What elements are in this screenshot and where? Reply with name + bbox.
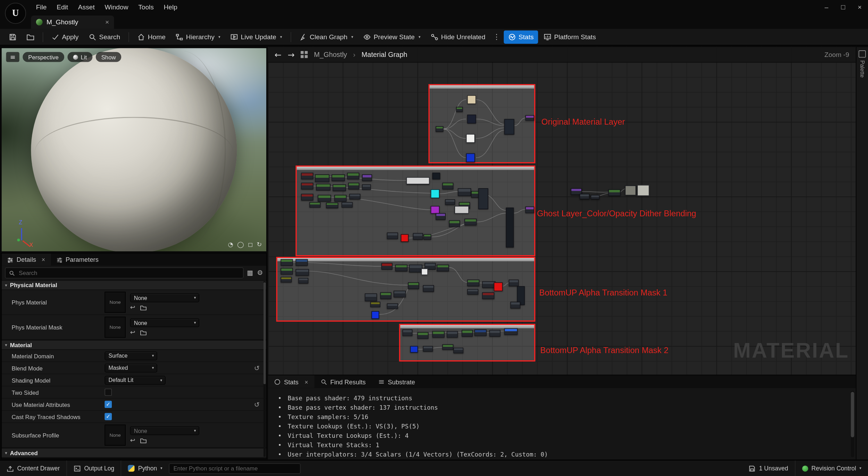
- python-console-input[interactable]: [169, 463, 301, 474]
- graph-node[interactable]: [478, 188, 489, 209]
- graph-node[interactable]: [423, 346, 433, 351]
- graph-node[interactable]: [465, 219, 477, 225]
- tab-details[interactable]: Details ×: [2, 253, 51, 266]
- graph-node[interactable]: [466, 153, 475, 162]
- comment-box-original-material-layer[interactable]: [428, 84, 535, 163]
- content-drawer-button[interactable]: Content Drawer: [0, 461, 66, 476]
- graph-node[interactable]: [525, 115, 534, 121]
- graph-node[interactable]: [347, 173, 359, 179]
- tab-stats[interactable]: Stats ×: [268, 375, 314, 388]
- perspective-dropdown[interactable]: Perspective: [23, 52, 64, 62]
- dropdown-subsurface-profile[interactable]: None▾: [130, 426, 199, 435]
- graph-node[interactable]: [295, 259, 308, 266]
- show-dropdown[interactable]: Show: [96, 52, 122, 62]
- tab-parameters[interactable]: Parameters: [51, 253, 104, 266]
- close-icon[interactable]: ×: [304, 378, 308, 385]
- graph-node[interactable]: [417, 332, 428, 339]
- save-button[interactable]: [5, 30, 21, 43]
- graph-node[interactable]: [482, 292, 494, 299]
- forward-arrow-icon[interactable]: →: [287, 50, 294, 60]
- graph-node[interactable]: [281, 259, 293, 266]
- maximize-button[interactable]: □: [835, 0, 851, 14]
- comment-label-ghost-layer-color-opacity-dither-blending[interactable]: Ghost Layer_Color/Opacity Dither Blendin…: [537, 209, 696, 218]
- graph-node[interactable]: [333, 184, 346, 191]
- browse-to-asset-icon[interactable]: [140, 437, 147, 443]
- apply-button[interactable]: Apply: [47, 30, 83, 43]
- graph-node[interactable]: [421, 268, 428, 275]
- graph-node[interactable]: [467, 279, 479, 286]
- graph-node[interactable]: [342, 202, 353, 208]
- menu-tools[interactable]: Tools: [133, 0, 159, 14]
- menu-asset[interactable]: Asset: [73, 0, 100, 14]
- back-arrow-icon[interactable]: ←: [275, 50, 282, 60]
- asset-thumbnail[interactable]: None: [105, 317, 126, 338]
- graph-node[interactable]: [454, 206, 469, 214]
- graph-node[interactable]: [458, 188, 471, 196]
- graph-node[interactable]: [402, 329, 412, 336]
- tab-substrate[interactable]: Substrate: [372, 375, 421, 388]
- clean-graph-button[interactable]: Clean Graph ▾: [295, 30, 358, 43]
- stats-toggle-button[interactable]: Stats: [503, 30, 538, 43]
- checkbox-cast-ray-traced-shadows[interactable]: ✓: [105, 413, 112, 420]
- graph-node[interactable]: [431, 206, 440, 214]
- graph-node[interactable]: [301, 194, 313, 200]
- graph-node[interactable]: [442, 344, 453, 350]
- home-button[interactable]: Home: [133, 30, 170, 43]
- display-filter-icon[interactable]: ▦: [247, 269, 253, 277]
- stats-scrollbar[interactable]: [851, 391, 854, 457]
- section-header-physical-material[interactable]: ▾Physical Material: [2, 280, 266, 290]
- graph-node[interactable]: [510, 302, 520, 308]
- graph-node[interactable]: [380, 292, 391, 299]
- graph-node[interactable]: [316, 184, 330, 190]
- unreal-logo[interactable]: U: [5, 3, 26, 24]
- graph-node[interactable]: [442, 183, 453, 189]
- browse-to-asset-icon[interactable]: [140, 305, 147, 310]
- browse-to-asset-button[interactable]: [22, 30, 39, 43]
- close-button[interactable]: ×: [851, 0, 868, 14]
- graph-node[interactable]: [309, 202, 320, 208]
- unsaved-assets-button[interactable]: 1 Unsaved: [742, 461, 795, 476]
- graph-node[interactable]: [409, 265, 422, 272]
- search-button[interactable]: Search: [84, 30, 124, 43]
- settings-gear-icon[interactable]: ⚙: [257, 269, 263, 277]
- tab-close-icon[interactable]: ×: [105, 18, 109, 26]
- dropdown-blend-mode[interactable]: Masked▾: [105, 364, 157, 373]
- graph-node[interactable]: [401, 234, 408, 242]
- graph-node[interactable]: [591, 195, 600, 199]
- section-header-advanced[interactable]: ▾Advanced: [2, 448, 266, 458]
- graph-node[interactable]: [453, 348, 464, 353]
- breadcrumb-current[interactable]: Material Graph: [361, 51, 407, 58]
- overflow-menu-icon[interactable]: ⋮: [491, 33, 502, 41]
- graph-node[interactable]: [462, 330, 473, 336]
- graph-node[interactable]: [447, 331, 458, 337]
- scrollbar-thumb[interactable]: [851, 392, 854, 437]
- graph-node[interactable]: [315, 174, 329, 182]
- comment-label-bottomup-alpha-transition-mask-2[interactable]: BottomUP Alpha Transition Mask 2: [540, 345, 668, 355]
- asset-thumbnail[interactable]: None: [105, 292, 126, 313]
- graph-node[interactable]: [432, 331, 444, 337]
- hide-unrelated-button[interactable]: Hide Unrelated: [426, 30, 490, 43]
- dropdown-shading-model[interactable]: Default Lit▾: [105, 376, 165, 385]
- menu-window[interactable]: Window: [100, 0, 133, 14]
- graph-node[interactable]: [431, 189, 440, 198]
- details-search-input[interactable]: [18, 269, 240, 277]
- graph-node[interactable]: [301, 173, 313, 179]
- graph-node[interactable]: [474, 329, 486, 336]
- menu-help[interactable]: Help: [159, 0, 182, 14]
- breadcrumb-root[interactable]: M_Ghostly: [314, 51, 347, 58]
- use-selected-asset-icon[interactable]: ↩: [130, 329, 135, 336]
- comment-label-original-material-layer[interactable]: Original Material Layer: [541, 117, 625, 126]
- graph-node[interactable]: [423, 285, 434, 292]
- graph-node[interactable]: [281, 268, 293, 275]
- graph-node[interactable]: [362, 174, 372, 181]
- preview-state-button[interactable]: Preview State ▾: [359, 30, 425, 43]
- preview-shape-sphere-icon[interactable]: ◯: [237, 241, 244, 248]
- graph-node[interactable]: [504, 119, 514, 135]
- preview-shape-cube-icon[interactable]: ◻: [248, 241, 253, 248]
- graph-node[interactable]: [395, 265, 407, 271]
- graph-node[interactable]: [332, 174, 345, 181]
- close-icon[interactable]: ×: [42, 256, 45, 263]
- graph-node[interactable]: [424, 234, 431, 240]
- python-dropdown[interactable]: Python ▾: [122, 461, 169, 476]
- graph-node[interactable]: [326, 203, 338, 208]
